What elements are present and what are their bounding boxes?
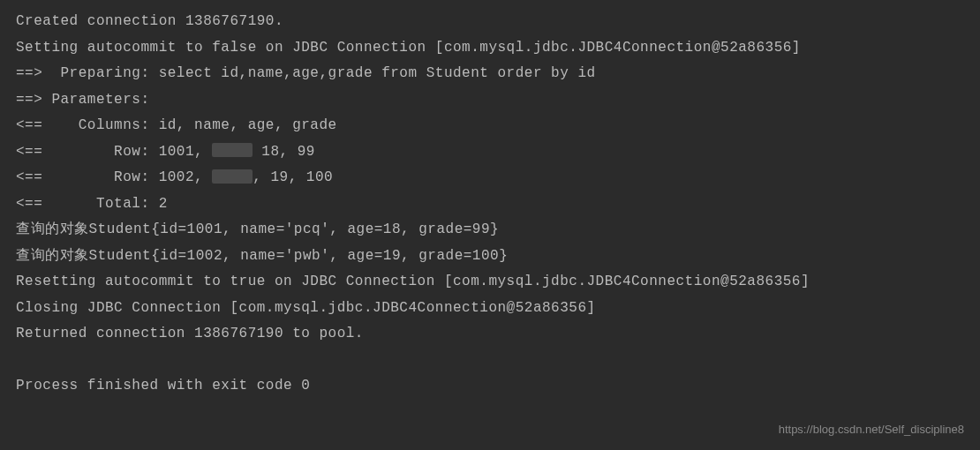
watermark-text: https://blog.csdn.net/Self_discipline8: [779, 423, 964, 436]
row-prefix: <== Row: 1001,: [16, 144, 212, 160]
obscured-value: [212, 169, 253, 184]
log-line: Closing JDBC Connection [com.mysql.jdbc.…: [16, 296, 964, 322]
log-line: <== Total: 2: [16, 191, 964, 218]
log-line: ==> Parameters:: [16, 87, 964, 114]
console-output: Created connection 1386767190. Setting a…: [16, 9, 964, 400]
blank-line: [16, 348, 964, 374]
log-line: Setting autocommit to false on JDBC Conn…: [16, 35, 964, 62]
log-line: 查询的对象Student{id=1002, name='pwb', age=19…: [16, 244, 964, 270]
row-prefix: <== Row: 1002,: [16, 169, 212, 185]
log-line: Returned connection 1386767190 to pool.: [16, 321, 964, 348]
row-suffix: , 19, 100: [253, 169, 333, 185]
log-line: 查询的对象Student{id=1001, name='pcq', age=18…: [16, 217, 964, 244]
log-line: ==> Preparing: select id,name,age,grade …: [16, 61, 964, 87]
log-line-row: <== Row: 1002, , 19, 100: [16, 165, 964, 191]
log-line: <== Columns: id, name, age, grade: [16, 113, 964, 139]
process-exit-line: Process finished with exit code 0: [16, 373, 964, 400]
row-suffix: 18, 99: [253, 144, 315, 160]
log-line: Created connection 1386767190.: [16, 9, 964, 35]
log-line: Resetting autocommit to true on JDBC Con…: [16, 269, 964, 296]
log-line-row: <== Row: 1001, 18, 99: [16, 139, 964, 166]
obscured-value: [212, 143, 253, 157]
